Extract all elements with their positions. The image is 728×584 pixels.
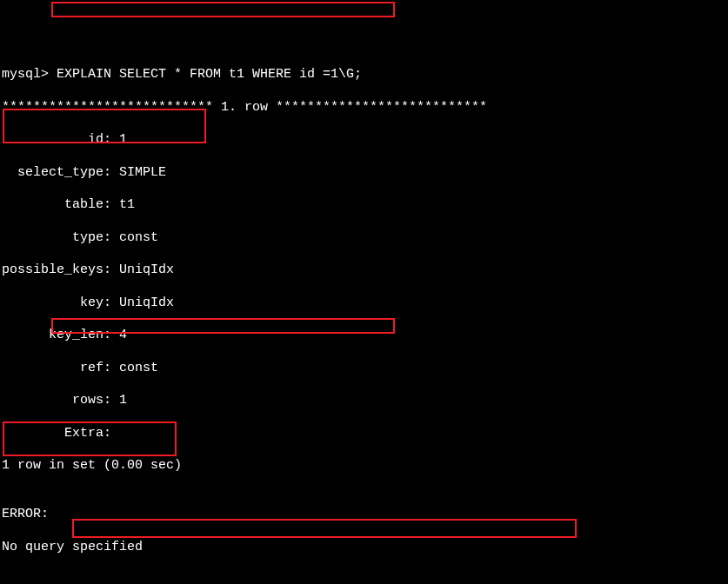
field-table: table: t1 [2, 197, 726, 214]
field-id: id: 1 [2, 132, 726, 149]
field-select-type: select_type: SIMPLE [2, 165, 726, 182]
field-rows: rows: 1 [2, 393, 726, 409]
error-text: No query specified [2, 540, 726, 556]
field-type: type: const [2, 230, 726, 247]
field-extra: Extra: [2, 426, 726, 442]
prompt: mysql> [2, 67, 57, 82]
error-label: ERROR: [2, 507, 726, 523]
result-footer: 1 row in set (0.00 sec) [2, 458, 726, 474]
highlight-box [51, 2, 395, 17]
command-text: EXPLAIN SELECT * FROM t1 WHERE id =1\G; [57, 67, 362, 82]
field-key: key: UniqIdx [2, 295, 726, 312]
field-possible-keys: possible_keys: UniqIdx [2, 262, 726, 279]
field-ref: ref: const [2, 361, 726, 377]
field-key-len: key_len: 4 [2, 328, 726, 344]
terminal-line: mysql> EXPLAIN SELECT * FROM t1 WHERE id… [2, 67, 726, 83]
row-header: *************************** 1. row *****… [2, 100, 726, 116]
